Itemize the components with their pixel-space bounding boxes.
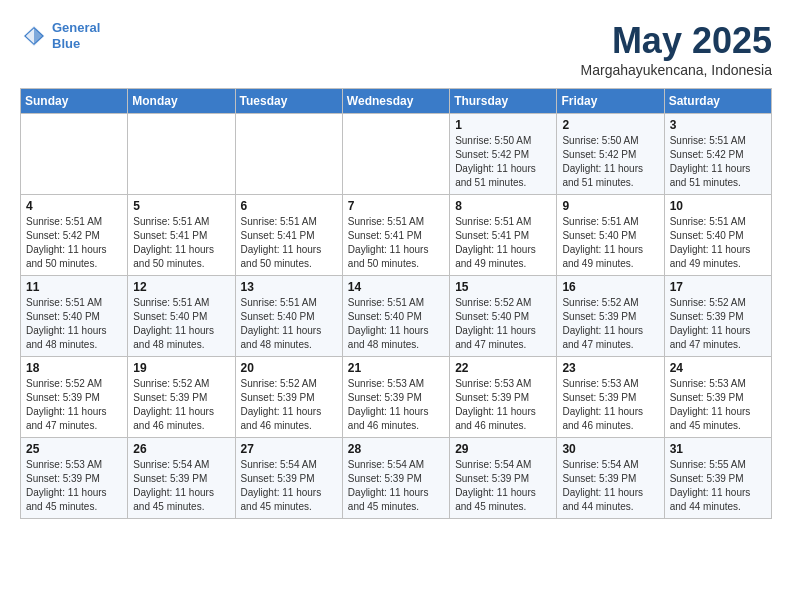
- day-info: Sunrise: 5:51 AMSunset: 5:40 PMDaylight:…: [562, 215, 658, 271]
- day-number: 9: [562, 199, 658, 213]
- day-info: Sunrise: 5:53 AMSunset: 5:39 PMDaylight:…: [562, 377, 658, 433]
- day-number: 15: [455, 280, 551, 294]
- day-cell-26: 26Sunrise: 5:54 AMSunset: 5:39 PMDayligh…: [128, 438, 235, 519]
- weekday-header-tuesday: Tuesday: [235, 89, 342, 114]
- day-cell-28: 28Sunrise: 5:54 AMSunset: 5:39 PMDayligh…: [342, 438, 449, 519]
- day-info: Sunrise: 5:50 AMSunset: 5:42 PMDaylight:…: [455, 134, 551, 190]
- day-number: 13: [241, 280, 337, 294]
- day-info: Sunrise: 5:51 AMSunset: 5:41 PMDaylight:…: [133, 215, 229, 271]
- day-info: Sunrise: 5:54 AMSunset: 5:39 PMDaylight:…: [562, 458, 658, 514]
- day-number: 30: [562, 442, 658, 456]
- day-info: Sunrise: 5:50 AMSunset: 5:42 PMDaylight:…: [562, 134, 658, 190]
- day-cell-13: 13Sunrise: 5:51 AMSunset: 5:40 PMDayligh…: [235, 276, 342, 357]
- day-number: 14: [348, 280, 444, 294]
- week-row-1: 1Sunrise: 5:50 AMSunset: 5:42 PMDaylight…: [21, 114, 772, 195]
- day-number: 4: [26, 199, 122, 213]
- day-cell-9: 9Sunrise: 5:51 AMSunset: 5:40 PMDaylight…: [557, 195, 664, 276]
- day-cell-25: 25Sunrise: 5:53 AMSunset: 5:39 PMDayligh…: [21, 438, 128, 519]
- day-number: 25: [26, 442, 122, 456]
- day-info: Sunrise: 5:52 AMSunset: 5:39 PMDaylight:…: [133, 377, 229, 433]
- day-cell-8: 8Sunrise: 5:51 AMSunset: 5:41 PMDaylight…: [450, 195, 557, 276]
- day-cell-22: 22Sunrise: 5:53 AMSunset: 5:39 PMDayligh…: [450, 357, 557, 438]
- day-info: Sunrise: 5:51 AMSunset: 5:40 PMDaylight:…: [348, 296, 444, 352]
- day-info: Sunrise: 5:51 AMSunset: 5:40 PMDaylight:…: [670, 215, 766, 271]
- day-number: 5: [133, 199, 229, 213]
- day-cell-12: 12Sunrise: 5:51 AMSunset: 5:40 PMDayligh…: [128, 276, 235, 357]
- day-info: Sunrise: 5:53 AMSunset: 5:39 PMDaylight:…: [348, 377, 444, 433]
- day-cell-5: 5Sunrise: 5:51 AMSunset: 5:41 PMDaylight…: [128, 195, 235, 276]
- week-row-5: 25Sunrise: 5:53 AMSunset: 5:39 PMDayligh…: [21, 438, 772, 519]
- day-number: 3: [670, 118, 766, 132]
- day-cell-29: 29Sunrise: 5:54 AMSunset: 5:39 PMDayligh…: [450, 438, 557, 519]
- week-row-2: 4Sunrise: 5:51 AMSunset: 5:42 PMDaylight…: [21, 195, 772, 276]
- day-cell-4: 4Sunrise: 5:51 AMSunset: 5:42 PMDaylight…: [21, 195, 128, 276]
- day-info: Sunrise: 5:54 AMSunset: 5:39 PMDaylight:…: [133, 458, 229, 514]
- day-cell-27: 27Sunrise: 5:54 AMSunset: 5:39 PMDayligh…: [235, 438, 342, 519]
- day-cell-21: 21Sunrise: 5:53 AMSunset: 5:39 PMDayligh…: [342, 357, 449, 438]
- day-info: Sunrise: 5:51 AMSunset: 5:41 PMDaylight:…: [455, 215, 551, 271]
- day-number: 12: [133, 280, 229, 294]
- empty-cell: [128, 114, 235, 195]
- day-info: Sunrise: 5:51 AMSunset: 5:40 PMDaylight:…: [133, 296, 229, 352]
- day-number: 19: [133, 361, 229, 375]
- day-cell-17: 17Sunrise: 5:52 AMSunset: 5:39 PMDayligh…: [664, 276, 771, 357]
- page-header: General Blue May 2025 Margahayukencana, …: [20, 20, 772, 78]
- day-number: 24: [670, 361, 766, 375]
- day-info: Sunrise: 5:51 AMSunset: 5:40 PMDaylight:…: [26, 296, 122, 352]
- day-cell-20: 20Sunrise: 5:52 AMSunset: 5:39 PMDayligh…: [235, 357, 342, 438]
- empty-cell: [342, 114, 449, 195]
- day-number: 10: [670, 199, 766, 213]
- title-block: May 2025 Margahayukencana, Indonesia: [581, 20, 772, 78]
- day-number: 17: [670, 280, 766, 294]
- day-info: Sunrise: 5:52 AMSunset: 5:39 PMDaylight:…: [562, 296, 658, 352]
- day-info: Sunrise: 5:52 AMSunset: 5:39 PMDaylight:…: [26, 377, 122, 433]
- empty-cell: [21, 114, 128, 195]
- day-cell-15: 15Sunrise: 5:52 AMSunset: 5:40 PMDayligh…: [450, 276, 557, 357]
- day-number: 29: [455, 442, 551, 456]
- month-title: May 2025: [581, 20, 772, 62]
- day-cell-19: 19Sunrise: 5:52 AMSunset: 5:39 PMDayligh…: [128, 357, 235, 438]
- day-cell-6: 6Sunrise: 5:51 AMSunset: 5:41 PMDaylight…: [235, 195, 342, 276]
- day-info: Sunrise: 5:51 AMSunset: 5:41 PMDaylight:…: [348, 215, 444, 271]
- day-cell-11: 11Sunrise: 5:51 AMSunset: 5:40 PMDayligh…: [21, 276, 128, 357]
- day-info: Sunrise: 5:52 AMSunset: 5:39 PMDaylight:…: [670, 296, 766, 352]
- empty-cell: [235, 114, 342, 195]
- day-cell-2: 2Sunrise: 5:50 AMSunset: 5:42 PMDaylight…: [557, 114, 664, 195]
- day-number: 31: [670, 442, 766, 456]
- day-info: Sunrise: 5:54 AMSunset: 5:39 PMDaylight:…: [348, 458, 444, 514]
- weekday-header-thursday: Thursday: [450, 89, 557, 114]
- day-cell-14: 14Sunrise: 5:51 AMSunset: 5:40 PMDayligh…: [342, 276, 449, 357]
- day-cell-10: 10Sunrise: 5:51 AMSunset: 5:40 PMDayligh…: [664, 195, 771, 276]
- day-cell-30: 30Sunrise: 5:54 AMSunset: 5:39 PMDayligh…: [557, 438, 664, 519]
- weekday-header-row: SundayMondayTuesdayWednesdayThursdayFrid…: [21, 89, 772, 114]
- day-number: 28: [348, 442, 444, 456]
- day-info: Sunrise: 5:51 AMSunset: 5:42 PMDaylight:…: [26, 215, 122, 271]
- day-number: 20: [241, 361, 337, 375]
- day-number: 16: [562, 280, 658, 294]
- day-number: 23: [562, 361, 658, 375]
- calendar-table: SundayMondayTuesdayWednesdayThursdayFrid…: [20, 88, 772, 519]
- day-number: 8: [455, 199, 551, 213]
- logo-icon: [20, 22, 48, 50]
- location: Margahayukencana, Indonesia: [581, 62, 772, 78]
- day-number: 11: [26, 280, 122, 294]
- day-cell-7: 7Sunrise: 5:51 AMSunset: 5:41 PMDaylight…: [342, 195, 449, 276]
- day-info: Sunrise: 5:54 AMSunset: 5:39 PMDaylight:…: [455, 458, 551, 514]
- day-info: Sunrise: 5:54 AMSunset: 5:39 PMDaylight:…: [241, 458, 337, 514]
- day-info: Sunrise: 5:53 AMSunset: 5:39 PMDaylight:…: [670, 377, 766, 433]
- weekday-header-sunday: Sunday: [21, 89, 128, 114]
- day-info: Sunrise: 5:52 AMSunset: 5:39 PMDaylight:…: [241, 377, 337, 433]
- weekday-header-saturday: Saturday: [664, 89, 771, 114]
- day-cell-18: 18Sunrise: 5:52 AMSunset: 5:39 PMDayligh…: [21, 357, 128, 438]
- day-number: 22: [455, 361, 551, 375]
- logo-text: General Blue: [52, 20, 100, 51]
- day-info: Sunrise: 5:53 AMSunset: 5:39 PMDaylight:…: [455, 377, 551, 433]
- day-info: Sunrise: 5:51 AMSunset: 5:41 PMDaylight:…: [241, 215, 337, 271]
- day-info: Sunrise: 5:51 AMSunset: 5:42 PMDaylight:…: [670, 134, 766, 190]
- day-number: 27: [241, 442, 337, 456]
- day-number: 18: [26, 361, 122, 375]
- day-number: 7: [348, 199, 444, 213]
- day-number: 2: [562, 118, 658, 132]
- day-cell-3: 3Sunrise: 5:51 AMSunset: 5:42 PMDaylight…: [664, 114, 771, 195]
- weekday-header-wednesday: Wednesday: [342, 89, 449, 114]
